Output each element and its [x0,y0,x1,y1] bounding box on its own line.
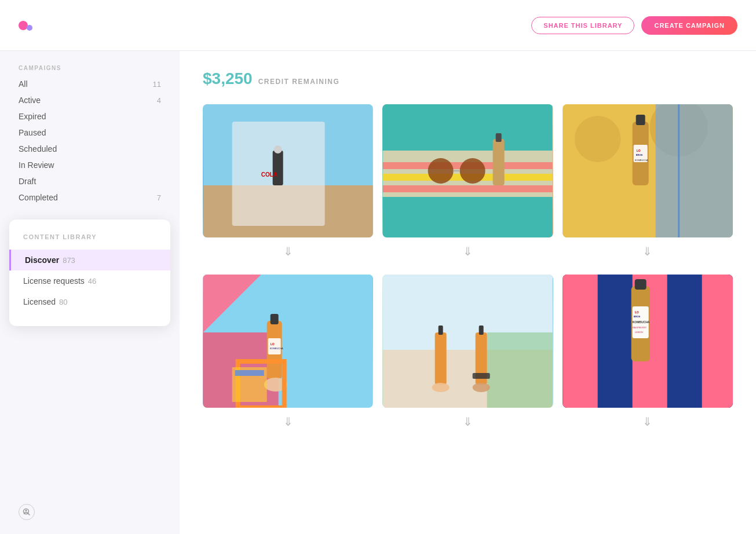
image-card-2-inner [382,104,553,237]
topnav-actions: SHARE THIS LIBRARY CREATE CAMPAIGN [531,16,737,35]
main-content: $3,250 CREDIT REMAINING COLA [180,51,756,534]
svg-line-2 [28,514,30,515]
svg-text:LEMON: LEMON [634,331,642,334]
svg-point-52 [473,383,490,392]
share-library-button[interactable]: SHARE THIS LIBRARY [531,17,634,34]
download-icon-4[interactable]: ⇓ [283,415,293,429]
svg-text:RASPBERRY: RASPBERRY [632,326,647,329]
cl-item-license-requests[interactable]: License requests 46 [9,270,170,291]
image-5 [382,275,553,408]
image-4: LO KOMBUCHA [203,275,373,408]
download-icon-2[interactable]: ⇓ [463,244,473,258]
logo-dot-purple [27,25,32,31]
sidebar-item-draft-label: Draft [19,177,36,186]
image-card-4: LO KOMBUCHA ⇓ [203,275,373,436]
download-bar-6: ⇓ [563,408,733,436]
sidebar-item-paused-label: Paused [19,128,46,137]
svg-rect-55 [563,275,597,408]
svg-rect-57 [702,275,733,408]
layout: CAMPAIGNS All 11 Active 4 Expired Paused… [0,51,756,534]
svg-rect-48 [439,325,443,335]
sidebar-item-draft[interactable]: Draft [0,173,180,189]
download-bar-2: ⇓ [382,237,553,265]
content-library-card: CONTENT LIBRARY Discover 873 License req… [9,220,170,326]
credit-header: $3,250 CREDIT REMAINING [203,70,733,88]
image-1: COLA [203,104,373,237]
svg-text:COLA: COLA [261,171,277,178]
svg-rect-6 [273,151,283,185]
cl-item-license-requests-label: License requests [23,276,85,286]
image-2 [382,104,553,237]
svg-rect-59 [634,279,646,290]
svg-rect-19 [496,133,502,142]
sidebar-item-scheduled[interactable]: Scheduled [0,141,180,157]
image-card-2: ⇓ [382,104,553,265]
search-profile-icon[interactable] [19,504,35,520]
svg-rect-53 [473,373,490,379]
cl-item-licensed[interactable]: Licensed 80 [9,291,170,312]
cl-item-discover[interactable]: Discover 873 [9,250,170,270]
sidebar-item-active-label: Active [19,96,41,105]
svg-text:LO: LO [271,342,275,346]
sidebar-footer [19,504,35,520]
svg-text:KOMBUCHA: KOMBUCHA [270,347,283,350]
image-card-1-inner: COLA [203,104,373,237]
download-bar-4: ⇓ [203,408,373,436]
svg-point-7 [274,145,282,153]
sidebar-item-all-count: 11 [153,80,161,89]
image-card-4-inner: LO KOMBUCHA [203,275,373,408]
svg-point-49 [432,383,450,392]
cl-item-license-requests-count: 46 [88,277,96,286]
image-card-5-inner [382,275,553,408]
svg-rect-42 [235,370,264,376]
sidebar-item-active[interactable]: Active 4 [0,92,180,108]
image-6: LO BROS KOMBUCHA RASPBERRY LEMON [563,275,733,408]
image-grid: COLA ⇓ [203,104,733,436]
sidebar-item-scheduled-label: Scheduled [19,144,57,153]
download-bar-3: ⇓ [563,237,733,265]
sidebar-item-active-count: 4 [157,96,161,105]
download-icon-1[interactable]: ⇓ [283,244,293,258]
content-library-title: CONTENT LIBRARY [9,233,170,250]
image-card-6-inner: LO BROS KOMBUCHA RASPBERRY LEMON [563,275,733,408]
image-card-1: COLA ⇓ [203,104,373,265]
svg-point-21 [574,116,620,162]
image-card-6: LO BROS KOMBUCHA RASPBERRY LEMON ⇓ [563,275,733,436]
download-icon-6[interactable]: ⇓ [642,415,652,429]
svg-point-15 [428,158,454,184]
svg-rect-35 [271,314,279,324]
svg-text:LO: LO [636,149,640,152]
svg-rect-46 [487,332,553,408]
sidebar-item-expired-label: Expired [19,112,46,121]
credit-remaining-label: CREDIT REMAINING [258,78,340,86]
download-icon-5[interactable]: ⇓ [463,415,473,429]
image-card-3-inner: LO BROS KOMBUCHA [563,104,733,237]
svg-point-1 [25,510,27,511]
credit-amount: $3,250 [203,70,253,88]
topnav: SHARE THIS LIBRARY CREATE CAMPAIGN [0,0,756,51]
sidebar-item-paused[interactable]: Paused [0,125,180,141]
svg-text:KOMBUCHA: KOMBUCHA [634,159,648,162]
svg-text:BROS: BROS [636,153,642,156]
svg-point-16 [460,158,485,184]
sidebar-item-completed-count: 7 [157,193,161,202]
download-bar-5: ⇓ [382,408,553,436]
image-card-5: ⇓ [382,275,553,436]
sidebar-item-expired[interactable]: Expired [0,108,180,125]
create-campaign-button[interactable]: CREATE CAMPAIGN [641,16,737,35]
svg-rect-29 [655,104,732,237]
svg-rect-51 [479,325,484,335]
svg-text:LO: LO [634,310,638,314]
svg-text:KOMBUCHA: KOMBUCHA [632,320,649,324]
download-icon-3[interactable]: ⇓ [642,244,652,258]
svg-rect-14 [383,185,553,192]
campaigns-label: CAMPAIGNS [0,65,180,76]
sidebar-item-all[interactable]: All 11 [0,76,180,92]
cl-item-discover-label: Discover [25,255,59,265]
sidebar-item-completed[interactable]: Completed 7 [0,189,180,206]
download-bar-1: ⇓ [203,237,373,265]
svg-text:BROS: BROS [633,315,640,318]
logo [19,21,36,30]
sidebar-item-in-review[interactable]: In Review [0,157,180,173]
cl-item-discover-count: 873 [63,256,75,265]
